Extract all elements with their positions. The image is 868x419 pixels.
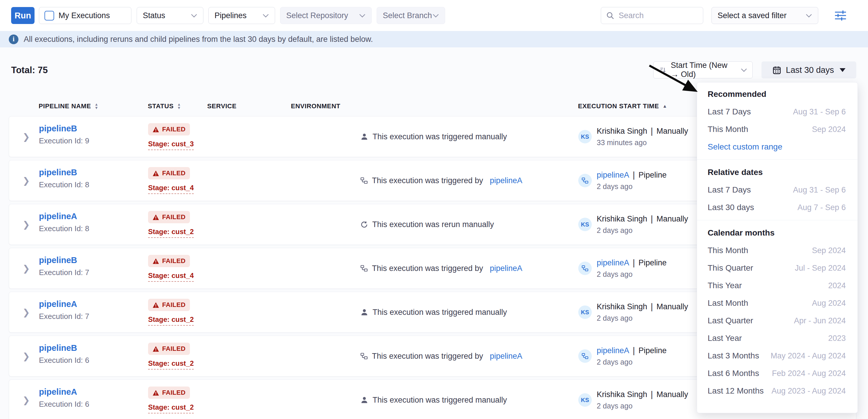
menu-item-last-12-months[interactable]: Last 12 Months Aug 2023 - Aug 2024 xyxy=(708,382,846,400)
starter-pipeline-link[interactable]: pipelineA xyxy=(597,258,629,267)
failed-stage-link[interactable]: Stage: cust_4 xyxy=(148,184,194,194)
failed-stage-link[interactable]: Stage: cust_2 xyxy=(148,315,194,326)
starter-name: Krishika Singh xyxy=(597,215,647,224)
status-badge: FAILED xyxy=(148,387,190,399)
column-header-execution-start-time[interactable]: EXECUTION START TIME ▲ xyxy=(578,101,667,111)
filter-settings-button[interactable] xyxy=(832,7,849,24)
pipeline-icon xyxy=(582,353,589,360)
menu-item-range: May 2024 - Aug 2024 xyxy=(771,351,846,360)
pipeline-name-link[interactable]: pipelineB xyxy=(39,124,89,133)
status-cell: FAILED Stage: cust_2 xyxy=(148,343,194,369)
failed-stage-link[interactable]: Stage: cust_2 xyxy=(148,228,194,238)
column-header-pipeline-name[interactable]: PIPELINE NAME ▲▼ xyxy=(39,101,98,111)
menu-item-label: This Quarter xyxy=(708,263,753,273)
my-executions-toggle[interactable]: My Executions xyxy=(39,7,131,24)
select-repository-dropdown[interactable]: Select Repository xyxy=(280,7,372,24)
my-executions-checkbox[interactable] xyxy=(44,11,54,21)
pipeline-avatar xyxy=(578,262,592,275)
pipeline-icon xyxy=(582,177,589,184)
pipeline-name-cell: pipelineB Execution Id: 7 xyxy=(39,255,89,277)
menu-item-label: This Month xyxy=(708,246,748,255)
trigger-pipeline-link[interactable]: pipelineA xyxy=(490,264,522,273)
menu-section-recommended: Recommended xyxy=(708,86,846,103)
menu-item-label: Last 7 Days xyxy=(708,185,751,195)
pipeline-name-cell: pipelineB Execution Id: 6 xyxy=(39,343,89,365)
user-icon xyxy=(360,308,368,316)
trigger-pipeline-link[interactable]: pipelineA xyxy=(490,352,522,361)
trigger-info-cell: This execution was rerun manually xyxy=(360,204,494,245)
menu-item-last-quarter[interactable]: Last Quarter Apr - Jun 2024 xyxy=(708,312,846,329)
pipeline-name-link[interactable]: pipelineB xyxy=(39,168,89,177)
trigger-type: Manually xyxy=(656,302,688,311)
total-count: Total: 75 xyxy=(11,65,48,75)
pipeline-name-link[interactable]: pipelineB xyxy=(39,343,89,353)
failed-stage-link[interactable]: Stage: cust_4 xyxy=(148,271,194,282)
date-range-label: Last 30 days xyxy=(786,65,834,75)
execution-id: Execution Id: 7 xyxy=(39,312,89,321)
expand-chevron-icon[interactable]: ❯ xyxy=(23,175,30,186)
select-branch-dropdown[interactable]: Select Branch xyxy=(377,7,445,24)
status-label: FAILED xyxy=(162,126,186,133)
failed-stage-link[interactable]: Stage: cust_2 xyxy=(148,403,194,413)
date-range-menu: Recommended Last 7 Days Aug 31 - Sep 6 T… xyxy=(697,82,858,413)
pipeline-name-link[interactable]: pipelineA xyxy=(39,299,89,309)
expand-chevron-icon[interactable]: ❯ xyxy=(23,395,30,405)
search-input[interactable] xyxy=(618,11,689,21)
select-custom-range-link[interactable]: Select custom range xyxy=(708,138,846,156)
menu-item-this-month[interactable]: This Month Sep 2024 xyxy=(708,242,846,259)
execution-id: Execution Id: 8 xyxy=(39,224,89,233)
status-filter-label: Status xyxy=(143,11,165,20)
starter-pipeline-link[interactable]: pipelineA xyxy=(597,346,629,355)
status-cell: FAILED Stage: cust_4 xyxy=(148,255,194,282)
status-cell: FAILED Stage: cust_4 xyxy=(148,167,194,194)
menu-item-last-7-days[interactable]: Last 7 Days Aug 31 - Sep 6 xyxy=(708,181,846,199)
menu-item-last-3-months[interactable]: Last 3 Months May 2024 - Aug 2024 xyxy=(708,347,846,364)
sort-arrows-icon[interactable]: ▲▼ xyxy=(95,103,98,110)
expand-chevron-icon[interactable]: ❯ xyxy=(23,132,30,142)
failed-stage-link[interactable]: Stage: cust_2 xyxy=(148,359,194,369)
saved-filter-dropdown[interactable]: Select a saved filter xyxy=(711,7,818,24)
menu-item-range: Aug 7 - Sep 6 xyxy=(798,203,846,212)
menu-item-this-month[interactable]: This Month Sep 2024 xyxy=(708,121,846,138)
search-icon xyxy=(606,11,615,20)
expand-chevron-icon[interactable]: ❯ xyxy=(23,220,30,230)
separator: | xyxy=(651,126,653,136)
expand-chevron-icon[interactable]: ❯ xyxy=(23,263,30,273)
menu-item-last-7-days[interactable]: Last 7 Days Aug 31 - Sep 6 xyxy=(708,103,846,121)
failed-stage-link[interactable]: Stage: cust_3 xyxy=(148,140,194,150)
menu-item-last-30-days[interactable]: Last 30 days Aug 7 - Sep 6 xyxy=(708,199,846,216)
status-filter-dropdown[interactable]: Status xyxy=(137,7,204,24)
execution-id: Execution Id: 8 xyxy=(39,180,89,189)
column-header-status[interactable]: STATUS ▲▼ xyxy=(148,101,181,111)
execution-id: Execution Id: 6 xyxy=(39,356,89,365)
starter-pipeline-link[interactable]: pipelineA xyxy=(597,170,629,180)
search-box[interactable] xyxy=(601,7,703,24)
menu-item-this-quarter[interactable]: This Quarter Jul - Sep 2024 xyxy=(708,259,846,277)
sort-order-dropdown[interactable]: Start Time (New → Old) xyxy=(653,61,753,78)
menu-item-last-6-months[interactable]: Last 6 Months Feb 2024 - Aug 2024 xyxy=(708,364,846,382)
user-icon xyxy=(360,133,368,141)
warning-icon xyxy=(152,170,159,176)
warning-icon xyxy=(152,258,159,264)
menu-item-last-month[interactable]: Last Month Aug 2024 xyxy=(708,294,846,312)
chevron-down-icon xyxy=(806,14,812,18)
date-range-button[interactable]: Last 30 days xyxy=(762,61,856,78)
menu-item-last-year[interactable]: Last Year 2023 xyxy=(708,329,846,347)
expand-chevron-icon[interactable]: ❯ xyxy=(23,351,30,361)
start-time-ago: 2 days ago xyxy=(597,270,666,279)
menu-item-this-year[interactable]: This Year 2024 xyxy=(708,277,846,294)
run-button[interactable]: Run xyxy=(11,7,34,24)
expand-chevron-icon[interactable]: ❯ xyxy=(23,307,30,318)
pipeline-name-cell: pipelineA Execution Id: 7 xyxy=(39,299,89,321)
pipeline-name-link[interactable]: pipelineA xyxy=(39,387,89,397)
execution-start-cell: KS Krishika Singh | Manually 33 minutes … xyxy=(578,117,688,157)
pipelines-filter-dropdown[interactable]: Pipelines xyxy=(208,7,275,24)
saved-filter-label: Select a saved filter xyxy=(718,11,787,20)
pipeline-name-link[interactable]: pipelineA xyxy=(39,212,89,221)
pipeline-name-link[interactable]: pipelineB xyxy=(39,255,89,265)
menu-item-label: Last Month xyxy=(708,298,748,308)
chevron-down-icon xyxy=(433,14,439,18)
sort-arrows-icon[interactable]: ▲▼ xyxy=(177,103,181,110)
trigger-pipeline-link[interactable]: pipelineA xyxy=(490,176,522,185)
avatar: KS xyxy=(578,393,592,407)
